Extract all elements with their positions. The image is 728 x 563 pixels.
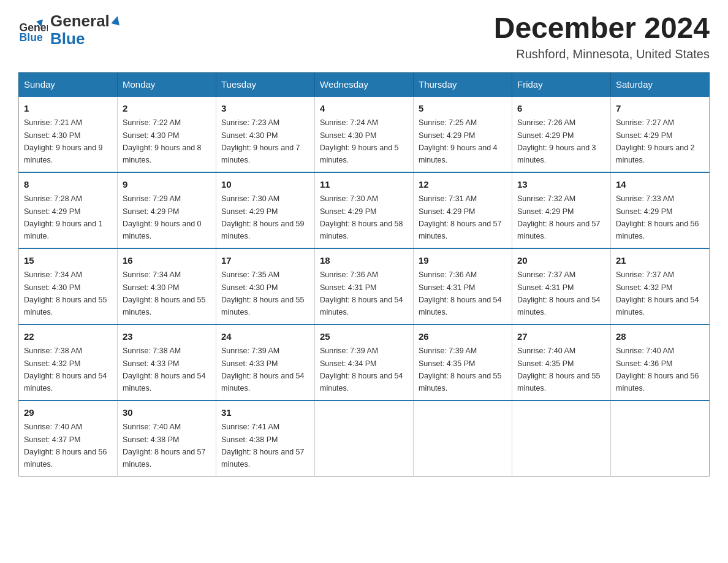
day-number: 5 [419, 102, 507, 116]
calendar-cell: 24 Sunrise: 7:39 AMSunset: 4:33 PMDaylig… [216, 324, 315, 400]
header-friday: Friday [512, 72, 611, 96]
day-info: Sunrise: 7:31 AMSunset: 4:29 PMDaylight:… [419, 194, 502, 240]
calendar-cell: 21 Sunrise: 7:37 AMSunset: 4:32 PMDaylig… [611, 248, 710, 324]
day-info: Sunrise: 7:36 AMSunset: 4:31 PMDaylight:… [320, 270, 403, 316]
day-info: Sunrise: 7:26 AMSunset: 4:29 PMDaylight:… [517, 118, 596, 164]
day-info: Sunrise: 7:23 AMSunset: 4:30 PMDaylight:… [221, 118, 300, 164]
day-info: Sunrise: 7:39 AMSunset: 4:35 PMDaylight:… [419, 347, 502, 393]
page-header: General Blue General Blue December 2024 … [18, 12, 710, 61]
week-row-1: 1 Sunrise: 7:21 AMSunset: 4:30 PMDayligh… [19, 96, 710, 172]
day-number: 26 [419, 330, 507, 344]
day-info: Sunrise: 7:22 AMSunset: 4:30 PMDaylight:… [123, 118, 202, 164]
day-number: 25 [320, 330, 408, 344]
calendar-cell: 5 Sunrise: 7:25 AMSunset: 4:29 PMDayligh… [414, 96, 512, 172]
location-title: Rushford, Minnesota, United States [494, 47, 710, 61]
calendar-cell: 11 Sunrise: 7:30 AMSunset: 4:29 PMDaylig… [315, 172, 414, 248]
day-number: 24 [221, 330, 309, 344]
day-number: 27 [517, 330, 605, 344]
day-info: Sunrise: 7:27 AMSunset: 4:29 PMDaylight:… [616, 118, 695, 164]
calendar-cell: 27 Sunrise: 7:40 AMSunset: 4:35 PMDaylig… [512, 324, 611, 400]
day-info: Sunrise: 7:37 AMSunset: 4:32 PMDaylight:… [616, 270, 699, 316]
calendar-cell: 12 Sunrise: 7:31 AMSunset: 4:29 PMDaylig… [414, 172, 512, 248]
day-number: 21 [616, 254, 704, 268]
calendar-cell: 13 Sunrise: 7:32 AMSunset: 4:29 PMDaylig… [512, 172, 611, 248]
svg-marker-3 [111, 15, 121, 26]
day-info: Sunrise: 7:36 AMSunset: 4:31 PMDaylight:… [419, 270, 502, 316]
week-row-4: 22 Sunrise: 7:38 AMSunset: 4:32 PMDaylig… [19, 324, 710, 400]
calendar-cell: 9 Sunrise: 7:29 AMSunset: 4:29 PMDayligh… [118, 172, 216, 248]
day-info: Sunrise: 7:40 AMSunset: 4:36 PMDaylight:… [616, 347, 699, 393]
day-number: 20 [517, 254, 605, 268]
day-info: Sunrise: 7:40 AMSunset: 4:37 PMDaylight:… [24, 423, 107, 469]
day-info: Sunrise: 7:30 AMSunset: 4:29 PMDaylight:… [221, 194, 305, 240]
week-row-5: 29 Sunrise: 7:40 AMSunset: 4:37 PMDaylig… [19, 400, 710, 477]
day-number: 31 [221, 406, 309, 420]
day-number: 12 [419, 178, 507, 192]
calendar-cell: 23 Sunrise: 7:38 AMSunset: 4:33 PMDaylig… [118, 324, 216, 400]
calendar-cell: 8 Sunrise: 7:28 AMSunset: 4:29 PMDayligh… [19, 172, 118, 248]
day-number: 7 [616, 102, 704, 116]
logo-triangle-icon [111, 13, 122, 26]
calendar-cell: 6 Sunrise: 7:26 AMSunset: 4:29 PMDayligh… [512, 96, 611, 172]
calendar-table: Sunday Monday Tuesday Wednesday Thursday… [18, 72, 710, 477]
day-info: Sunrise: 7:24 AMSunset: 4:30 PMDaylight:… [320, 118, 399, 164]
logo: General Blue General Blue [18, 12, 122, 47]
header-sunday: Sunday [19, 72, 118, 96]
calendar-cell [611, 400, 710, 477]
calendar-cell: 20 Sunrise: 7:37 AMSunset: 4:31 PMDaylig… [512, 248, 611, 324]
day-number: 28 [616, 330, 704, 344]
day-number: 6 [517, 102, 605, 116]
calendar-cell: 14 Sunrise: 7:33 AMSunset: 4:29 PMDaylig… [611, 172, 710, 248]
day-info: Sunrise: 7:29 AMSunset: 4:29 PMDaylight:… [123, 194, 202, 240]
day-info: Sunrise: 7:33 AMSunset: 4:29 PMDaylight:… [616, 194, 699, 240]
title-area: December 2024 Rushford, Minnesota, Unite… [494, 12, 710, 61]
calendar-cell: 2 Sunrise: 7:22 AMSunset: 4:30 PMDayligh… [118, 96, 216, 172]
day-info: Sunrise: 7:39 AMSunset: 4:33 PMDaylight:… [221, 347, 305, 393]
day-number: 11 [320, 178, 408, 192]
weekday-header-row: Sunday Monday Tuesday Wednesday Thursday… [19, 72, 710, 96]
calendar-cell: 7 Sunrise: 7:27 AMSunset: 4:29 PMDayligh… [611, 96, 710, 172]
calendar-cell: 25 Sunrise: 7:39 AMSunset: 4:34 PMDaylig… [315, 324, 414, 400]
day-info: Sunrise: 7:35 AMSunset: 4:30 PMDaylight:… [221, 270, 305, 316]
header-saturday: Saturday [611, 72, 710, 96]
calendar-cell: 30 Sunrise: 7:40 AMSunset: 4:38 PMDaylig… [118, 400, 216, 477]
day-info: Sunrise: 7:37 AMSunset: 4:31 PMDaylight:… [517, 270, 601, 316]
day-info: Sunrise: 7:28 AMSunset: 4:29 PMDaylight:… [24, 194, 103, 240]
day-number: 9 [123, 178, 211, 192]
calendar-cell: 26 Sunrise: 7:39 AMSunset: 4:35 PMDaylig… [414, 324, 512, 400]
day-info: Sunrise: 7:25 AMSunset: 4:29 PMDaylight:… [419, 118, 498, 164]
day-info: Sunrise: 7:39 AMSunset: 4:34 PMDaylight:… [320, 347, 403, 393]
day-number: 29 [24, 406, 112, 420]
calendar-cell: 17 Sunrise: 7:35 AMSunset: 4:30 PMDaylig… [216, 248, 315, 324]
calendar-cell: 1 Sunrise: 7:21 AMSunset: 4:30 PMDayligh… [19, 96, 118, 172]
logo-text: General Blue [50, 12, 122, 47]
day-info: Sunrise: 7:34 AMSunset: 4:30 PMDaylight:… [123, 270, 206, 316]
day-info: Sunrise: 7:34 AMSunset: 4:30 PMDaylight:… [24, 270, 107, 316]
day-info: Sunrise: 7:21 AMSunset: 4:30 PMDaylight:… [24, 118, 103, 164]
calendar-cell: 19 Sunrise: 7:36 AMSunset: 4:31 PMDaylig… [414, 248, 512, 324]
calendar-cell: 28 Sunrise: 7:40 AMSunset: 4:36 PMDaylig… [611, 324, 710, 400]
day-number: 8 [24, 178, 112, 192]
calendar-cell: 15 Sunrise: 7:34 AMSunset: 4:30 PMDaylig… [19, 248, 118, 324]
day-number: 13 [517, 178, 605, 192]
calendar-cell: 16 Sunrise: 7:34 AMSunset: 4:30 PMDaylig… [118, 248, 216, 324]
header-tuesday: Tuesday [216, 72, 315, 96]
calendar-cell: 18 Sunrise: 7:36 AMSunset: 4:31 PMDaylig… [315, 248, 414, 324]
calendar-cell: 22 Sunrise: 7:38 AMSunset: 4:32 PMDaylig… [19, 324, 118, 400]
header-thursday: Thursday [414, 72, 512, 96]
logo-blue-text: Blue [50, 30, 122, 48]
calendar-cell: 31 Sunrise: 7:41 AMSunset: 4:38 PMDaylig… [216, 400, 315, 477]
day-info: Sunrise: 7:32 AMSunset: 4:29 PMDaylight:… [517, 194, 601, 240]
month-title: December 2024 [494, 12, 710, 45]
day-info: Sunrise: 7:41 AMSunset: 4:38 PMDaylight:… [221, 423, 305, 469]
calendar-cell [414, 400, 512, 477]
week-row-2: 8 Sunrise: 7:28 AMSunset: 4:29 PMDayligh… [19, 172, 710, 248]
day-number: 17 [221, 254, 309, 268]
svg-text:Blue: Blue [20, 31, 43, 43]
day-number: 10 [221, 178, 309, 192]
day-number: 22 [24, 330, 112, 344]
calendar-cell: 29 Sunrise: 7:40 AMSunset: 4:37 PMDaylig… [19, 400, 118, 477]
day-number: 23 [123, 330, 211, 344]
week-row-3: 15 Sunrise: 7:34 AMSunset: 4:30 PMDaylig… [19, 248, 710, 324]
day-number: 14 [616, 178, 704, 192]
